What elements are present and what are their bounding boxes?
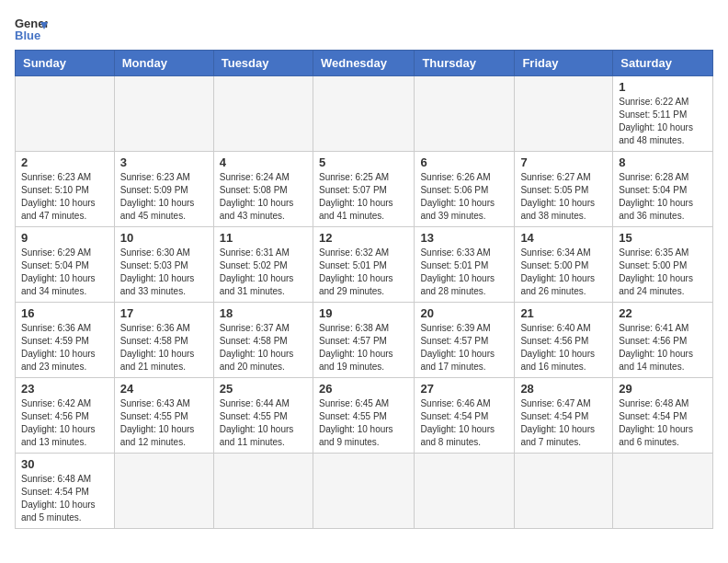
calendar-cell: 11Sunrise: 6:31 AM Sunset: 5:02 PM Dayli…	[213, 227, 313, 303]
calendar-cell: 20Sunrise: 6:39 AM Sunset: 4:57 PM Dayli…	[415, 303, 515, 378]
calendar-cell: 8Sunrise: 6:28 AM Sunset: 5:04 PM Daylig…	[613, 152, 713, 227]
day-number: 10	[120, 231, 208, 245]
calendar-cell: 22Sunrise: 6:41 AM Sunset: 4:56 PM Dayli…	[613, 303, 713, 378]
day-info: Sunrise: 6:35 AM Sunset: 5:00 PM Dayligh…	[619, 247, 707, 298]
day-info: Sunrise: 6:41 AM Sunset: 4:56 PM Dayligh…	[619, 322, 707, 373]
day-info: Sunrise: 6:39 AM Sunset: 4:57 PM Dayligh…	[420, 322, 508, 373]
day-number: 5	[319, 155, 408, 169]
calendar-cell: 23Sunrise: 6:42 AM Sunset: 4:56 PM Dayli…	[16, 378, 115, 454]
calendar-cell	[515, 76, 613, 152]
week-row-5: 23Sunrise: 6:42 AM Sunset: 4:56 PM Dayli…	[16, 378, 713, 454]
day-info: Sunrise: 6:23 AM Sunset: 5:09 PM Dayligh…	[120, 171, 208, 223]
day-number: 24	[120, 382, 208, 396]
calendar-cell: 24Sunrise: 6:43 AM Sunset: 4:55 PM Dayli…	[114, 378, 213, 454]
day-number: 17	[120, 306, 208, 320]
calendar-cell: 2Sunrise: 6:23 AM Sunset: 5:10 PM Daylig…	[16, 152, 115, 227]
day-info: Sunrise: 6:27 AM Sunset: 5:05 PM Dayligh…	[520, 171, 607, 223]
day-info: Sunrise: 6:40 AM Sunset: 4:56 PM Dayligh…	[520, 322, 607, 373]
calendar-cell: 26Sunrise: 6:45 AM Sunset: 4:55 PM Dayli…	[313, 378, 414, 454]
week-row-3: 9Sunrise: 6:29 AM Sunset: 5:04 PM Daylig…	[16, 227, 713, 303]
calendar-cell	[415, 454, 515, 529]
day-number: 16	[21, 306, 108, 320]
calendar-cell: 27Sunrise: 6:46 AM Sunset: 4:54 PM Dayli…	[415, 378, 515, 454]
header-row: SundayMondayTuesdayWednesdayThursdayFrid…	[16, 51, 713, 76]
calendar-cell: 14Sunrise: 6:34 AM Sunset: 5:00 PM Dayli…	[515, 227, 613, 303]
day-number: 8	[619, 155, 707, 169]
day-number: 7	[520, 155, 607, 169]
day-number: 19	[319, 306, 408, 320]
calendar-cell	[213, 76, 313, 152]
week-row-1: 1Sunrise: 6:22 AM Sunset: 5:11 PM Daylig…	[16, 76, 713, 152]
week-row-2: 2Sunrise: 6:23 AM Sunset: 5:10 PM Daylig…	[16, 152, 713, 227]
day-number: 25	[220, 382, 307, 396]
calendar-cell	[114, 454, 213, 529]
calendar-cell: 16Sunrise: 6:36 AM Sunset: 4:59 PM Dayli…	[16, 303, 115, 378]
day-info: Sunrise: 6:47 AM Sunset: 4:54 PM Dayligh…	[520, 397, 607, 449]
day-number: 9	[21, 231, 108, 245]
calendar-cell: 21Sunrise: 6:40 AM Sunset: 4:56 PM Dayli…	[515, 303, 613, 378]
day-info: Sunrise: 6:48 AM Sunset: 4:54 PM Dayligh…	[619, 397, 707, 449]
day-info: Sunrise: 6:29 AM Sunset: 5:04 PM Dayligh…	[21, 247, 108, 298]
day-number: 27	[420, 382, 508, 396]
day-number: 29	[619, 382, 707, 396]
week-row-4: 16Sunrise: 6:36 AM Sunset: 4:59 PM Dayli…	[16, 303, 713, 378]
day-info: Sunrise: 6:23 AM Sunset: 5:10 PM Dayligh…	[21, 171, 108, 223]
calendar-cell: 30Sunrise: 6:48 AM Sunset: 4:54 PM Dayli…	[16, 454, 115, 529]
day-header-thursday: Thursday	[415, 51, 515, 76]
day-number: 21	[520, 306, 607, 320]
day-number: 15	[619, 231, 707, 245]
calendar-cell	[313, 454, 414, 529]
day-number: 4	[220, 155, 307, 169]
day-number: 22	[619, 306, 707, 320]
day-number: 20	[420, 306, 508, 320]
day-info: Sunrise: 6:36 AM Sunset: 4:58 PM Dayligh…	[120, 322, 208, 373]
day-info: Sunrise: 6:22 AM Sunset: 5:11 PM Dayligh…	[619, 96, 707, 147]
day-info: Sunrise: 6:48 AM Sunset: 4:54 PM Dayligh…	[21, 473, 108, 524]
day-info: Sunrise: 6:38 AM Sunset: 4:57 PM Dayligh…	[319, 322, 408, 373]
calendar-cell: 13Sunrise: 6:33 AM Sunset: 5:01 PM Dayli…	[415, 227, 515, 303]
header: General Blue	[15, 15, 713, 42]
day-header-tuesday: Tuesday	[213, 51, 313, 76]
calendar-cell: 1Sunrise: 6:22 AM Sunset: 5:11 PM Daylig…	[613, 76, 713, 152]
day-info: Sunrise: 6:28 AM Sunset: 5:04 PM Dayligh…	[619, 171, 707, 223]
day-number: 3	[120, 155, 208, 169]
calendar-cell	[313, 76, 414, 152]
day-info: Sunrise: 6:26 AM Sunset: 5:06 PM Dayligh…	[420, 171, 508, 223]
svg-text:Blue: Blue	[15, 29, 40, 42]
day-number: 26	[319, 382, 408, 396]
week-row-6: 30Sunrise: 6:48 AM Sunset: 4:54 PM Dayli…	[16, 454, 713, 529]
day-info: Sunrise: 6:36 AM Sunset: 4:59 PM Dayligh…	[21, 322, 108, 373]
day-number: 28	[520, 382, 607, 396]
calendar-cell: 19Sunrise: 6:38 AM Sunset: 4:57 PM Dayli…	[313, 303, 414, 378]
calendar: SundayMondayTuesdayWednesdayThursdayFrid…	[15, 50, 713, 529]
calendar-cell: 28Sunrise: 6:47 AM Sunset: 4:54 PM Dayli…	[515, 378, 613, 454]
logo: General Blue	[15, 15, 48, 42]
day-info: Sunrise: 6:45 AM Sunset: 4:55 PM Dayligh…	[319, 397, 408, 449]
day-number: 30	[21, 457, 108, 471]
calendar-cell: 29Sunrise: 6:48 AM Sunset: 4:54 PM Dayli…	[613, 378, 713, 454]
calendar-cell	[16, 76, 115, 152]
calendar-cell: 17Sunrise: 6:36 AM Sunset: 4:58 PM Dayli…	[114, 303, 213, 378]
day-info: Sunrise: 6:24 AM Sunset: 5:08 PM Dayligh…	[220, 171, 307, 223]
day-info: Sunrise: 6:34 AM Sunset: 5:00 PM Dayligh…	[520, 247, 607, 298]
day-header-friday: Friday	[515, 51, 613, 76]
calendar-cell	[613, 454, 713, 529]
calendar-cell	[114, 76, 213, 152]
calendar-cell: 3Sunrise: 6:23 AM Sunset: 5:09 PM Daylig…	[114, 152, 213, 227]
calendar-cell	[213, 454, 313, 529]
day-header-wednesday: Wednesday	[313, 51, 414, 76]
day-number: 23	[21, 382, 108, 396]
day-header-monday: Monday	[114, 51, 213, 76]
day-number: 12	[319, 231, 408, 245]
day-info: Sunrise: 6:42 AM Sunset: 4:56 PM Dayligh…	[21, 397, 108, 449]
day-header-sunday: Sunday	[16, 51, 115, 76]
day-number: 11	[220, 231, 307, 245]
day-info: Sunrise: 6:33 AM Sunset: 5:01 PM Dayligh…	[420, 247, 508, 298]
day-info: Sunrise: 6:25 AM Sunset: 5:07 PM Dayligh…	[319, 171, 408, 223]
day-info: Sunrise: 6:30 AM Sunset: 5:03 PM Dayligh…	[120, 247, 208, 298]
calendar-cell: 9Sunrise: 6:29 AM Sunset: 5:04 PM Daylig…	[16, 227, 115, 303]
day-info: Sunrise: 6:31 AM Sunset: 5:02 PM Dayligh…	[220, 247, 307, 298]
day-number: 18	[220, 306, 307, 320]
day-info: Sunrise: 6:44 AM Sunset: 4:55 PM Dayligh…	[220, 397, 307, 449]
day-info: Sunrise: 6:46 AM Sunset: 4:54 PM Dayligh…	[420, 397, 508, 449]
